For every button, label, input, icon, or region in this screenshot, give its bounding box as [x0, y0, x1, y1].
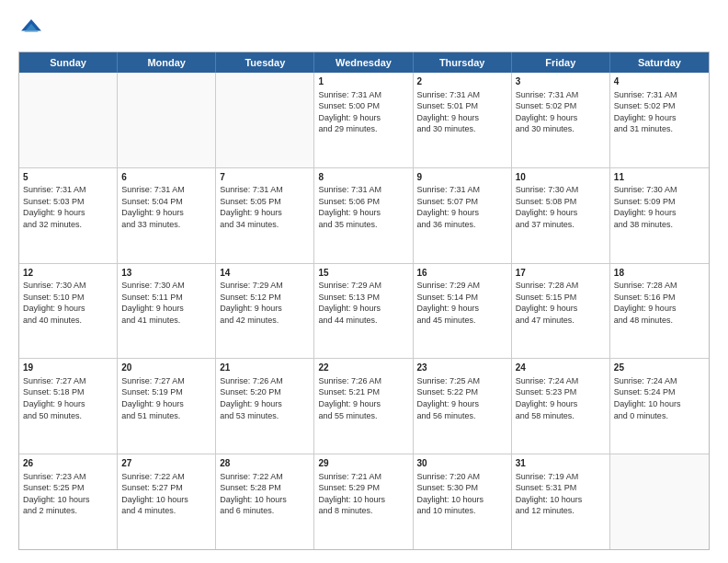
calendar-cell: 21Sunrise: 7:26 AM Sunset: 5:20 PM Dayli…: [216, 359, 314, 454]
day-number: 28: [220, 457, 310, 470]
cell-daylight-info: Sunrise: 7:23 AM Sunset: 5:25 PM Dayligh…: [23, 471, 113, 517]
calendar-cell: [216, 73, 314, 167]
day-number: 9: [417, 171, 507, 184]
weekday-header: Wednesday: [314, 52, 413, 73]
calendar-cell: 7Sunrise: 7:31 AM Sunset: 5:05 PM Daylig…: [216, 168, 314, 263]
cell-daylight-info: Sunrise: 7:20 AM Sunset: 5:30 PM Dayligh…: [417, 471, 507, 517]
day-number: 12: [23, 267, 113, 280]
weekday-header: Friday: [512, 52, 610, 73]
day-number: 30: [417, 457, 507, 470]
day-number: 5: [23, 171, 113, 184]
cell-daylight-info: Sunrise: 7:28 AM Sunset: 5:16 PM Dayligh…: [614, 280, 705, 326]
day-number: 11: [614, 171, 705, 184]
calendar-cell: 1Sunrise: 7:31 AM Sunset: 5:00 PM Daylig…: [314, 73, 413, 167]
cell-daylight-info: Sunrise: 7:30 AM Sunset: 5:11 PM Dayligh…: [121, 280, 211, 326]
calendar-cell: 9Sunrise: 7:31 AM Sunset: 5:07 PM Daylig…: [414, 168, 512, 263]
cell-daylight-info: Sunrise: 7:31 AM Sunset: 5:02 PM Dayligh…: [614, 89, 705, 135]
calendar-week-row: 19Sunrise: 7:27 AM Sunset: 5:18 PM Dayli…: [19, 359, 709, 454]
cell-daylight-info: Sunrise: 7:30 AM Sunset: 5:08 PM Dayligh…: [516, 184, 606, 230]
day-number: 19: [23, 362, 113, 374]
cell-daylight-info: Sunrise: 7:27 AM Sunset: 5:18 PM Dayligh…: [23, 375, 113, 421]
calendar-cell: 2Sunrise: 7:31 AM Sunset: 5:01 PM Daylig…: [414, 73, 512, 167]
calendar-cell: 17Sunrise: 7:28 AM Sunset: 5:15 PM Dayli…: [512, 264, 610, 359]
weekday-header: Tuesday: [216, 52, 314, 73]
calendar-cell: 24Sunrise: 7:24 AM Sunset: 5:23 PM Dayli…: [512, 359, 610, 454]
calendar-cell: 19Sunrise: 7:27 AM Sunset: 5:18 PM Dayli…: [19, 359, 118, 454]
calendar-cell: 12Sunrise: 7:30 AM Sunset: 5:10 PM Dayli…: [19, 264, 118, 359]
calendar-cell: 31Sunrise: 7:19 AM Sunset: 5:31 PM Dayli…: [512, 454, 610, 549]
day-number: 27: [121, 457, 211, 470]
cell-daylight-info: Sunrise: 7:30 AM Sunset: 5:10 PM Dayligh…: [23, 280, 113, 326]
page: SundayMondayTuesdayWednesdayThursdayFrid…: [0, 0, 728, 563]
cell-daylight-info: Sunrise: 7:28 AM Sunset: 5:15 PM Dayligh…: [516, 280, 606, 326]
day-number: 20: [121, 362, 211, 374]
cell-daylight-info: Sunrise: 7:31 AM Sunset: 5:01 PM Dayligh…: [417, 89, 507, 135]
cell-daylight-info: Sunrise: 7:31 AM Sunset: 5:05 PM Dayligh…: [220, 184, 310, 230]
day-number: 16: [417, 267, 507, 280]
calendar-cell: [610, 454, 709, 549]
cell-daylight-info: Sunrise: 7:31 AM Sunset: 5:04 PM Dayligh…: [121, 184, 211, 230]
day-number: 2: [417, 75, 507, 88]
calendar-cell: 6Sunrise: 7:31 AM Sunset: 5:04 PM Daylig…: [118, 168, 216, 263]
calendar-cell: 22Sunrise: 7:26 AM Sunset: 5:21 PM Dayli…: [314, 359, 413, 454]
calendar-week-row: 5Sunrise: 7:31 AM Sunset: 5:03 PM Daylig…: [19, 168, 709, 264]
day-number: 17: [516, 267, 606, 280]
day-number: 6: [121, 171, 211, 184]
calendar-cell: [118, 73, 216, 167]
calendar-body: 1Sunrise: 7:31 AM Sunset: 5:00 PM Daylig…: [19, 73, 709, 549]
cell-daylight-info: Sunrise: 7:24 AM Sunset: 5:23 PM Dayligh…: [516, 375, 606, 421]
day-number: 21: [220, 362, 310, 374]
calendar-week-row: 12Sunrise: 7:30 AM Sunset: 5:10 PM Dayli…: [19, 264, 709, 360]
calendar-cell: 3Sunrise: 7:31 AM Sunset: 5:02 PM Daylig…: [512, 73, 610, 167]
cell-daylight-info: Sunrise: 7:25 AM Sunset: 5:22 PM Dayligh…: [417, 375, 507, 421]
cell-daylight-info: Sunrise: 7:22 AM Sunset: 5:27 PM Dayligh…: [121, 471, 211, 517]
calendar-cell: 5Sunrise: 7:31 AM Sunset: 5:03 PM Daylig…: [19, 168, 118, 263]
cell-daylight-info: Sunrise: 7:21 AM Sunset: 5:29 PM Dayligh…: [318, 471, 408, 517]
day-number: 3: [516, 75, 606, 88]
day-number: 29: [318, 457, 408, 470]
day-number: 15: [318, 267, 408, 280]
day-number: 18: [614, 267, 705, 280]
cell-daylight-info: Sunrise: 7:22 AM Sunset: 5:28 PM Dayligh…: [220, 471, 310, 517]
day-number: 31: [516, 457, 606, 470]
calendar-cell: 16Sunrise: 7:29 AM Sunset: 5:14 PM Dayli…: [414, 264, 512, 359]
day-number: 24: [516, 362, 606, 374]
calendar-cell: 14Sunrise: 7:29 AM Sunset: 5:12 PM Dayli…: [216, 264, 314, 359]
calendar-cell: 13Sunrise: 7:30 AM Sunset: 5:11 PM Dayli…: [118, 264, 216, 359]
calendar-cell: 27Sunrise: 7:22 AM Sunset: 5:27 PM Dayli…: [118, 454, 216, 549]
day-number: 26: [23, 457, 113, 470]
weekday-header: Thursday: [414, 52, 512, 73]
cell-daylight-info: Sunrise: 7:31 AM Sunset: 5:06 PM Dayligh…: [318, 184, 408, 230]
day-number: 10: [516, 171, 606, 184]
day-number: 8: [318, 171, 408, 184]
logo: [18, 17, 48, 42]
day-number: 14: [220, 267, 310, 280]
calendar-cell: 15Sunrise: 7:29 AM Sunset: 5:13 PM Dayli…: [314, 264, 413, 359]
cell-daylight-info: Sunrise: 7:29 AM Sunset: 5:13 PM Dayligh…: [318, 280, 408, 326]
header: [18, 17, 710, 42]
day-number: 13: [121, 267, 211, 280]
calendar-week-row: 26Sunrise: 7:23 AM Sunset: 5:25 PM Dayli…: [19, 454, 709, 549]
calendar: SundayMondayTuesdayWednesdayThursdayFrid…: [18, 52, 710, 550]
cell-daylight-info: Sunrise: 7:31 AM Sunset: 5:00 PM Dayligh…: [318, 89, 408, 135]
calendar-cell: 28Sunrise: 7:22 AM Sunset: 5:28 PM Dayli…: [216, 454, 314, 549]
weekday-header: Saturday: [610, 52, 709, 73]
calendar-cell: 26Sunrise: 7:23 AM Sunset: 5:25 PM Dayli…: [19, 454, 118, 549]
calendar-cell: 25Sunrise: 7:24 AM Sunset: 5:24 PM Dayli…: [610, 359, 709, 454]
cell-daylight-info: Sunrise: 7:29 AM Sunset: 5:12 PM Dayligh…: [220, 280, 310, 326]
day-number: 23: [417, 362, 507, 374]
day-number: 1: [318, 75, 408, 88]
calendar-week-row: 1Sunrise: 7:31 AM Sunset: 5:00 PM Daylig…: [19, 73, 709, 168]
day-number: 4: [614, 75, 705, 88]
calendar-cell: 10Sunrise: 7:30 AM Sunset: 5:08 PM Dayli…: [512, 168, 610, 263]
day-number: 7: [220, 171, 310, 184]
cell-daylight-info: Sunrise: 7:31 AM Sunset: 5:02 PM Dayligh…: [516, 89, 606, 135]
cell-daylight-info: Sunrise: 7:26 AM Sunset: 5:20 PM Dayligh…: [220, 375, 310, 421]
calendar-cell: 29Sunrise: 7:21 AM Sunset: 5:29 PM Dayli…: [314, 454, 413, 549]
calendar-cell: 11Sunrise: 7:30 AM Sunset: 5:09 PM Dayli…: [610, 168, 709, 263]
cell-daylight-info: Sunrise: 7:19 AM Sunset: 5:31 PM Dayligh…: [516, 471, 606, 517]
cell-daylight-info: Sunrise: 7:30 AM Sunset: 5:09 PM Dayligh…: [614, 184, 705, 230]
cell-daylight-info: Sunrise: 7:29 AM Sunset: 5:14 PM Dayligh…: [417, 280, 507, 326]
cell-daylight-info: Sunrise: 7:26 AM Sunset: 5:21 PM Dayligh…: [318, 375, 408, 421]
calendar-cell: 30Sunrise: 7:20 AM Sunset: 5:30 PM Dayli…: [414, 454, 512, 549]
